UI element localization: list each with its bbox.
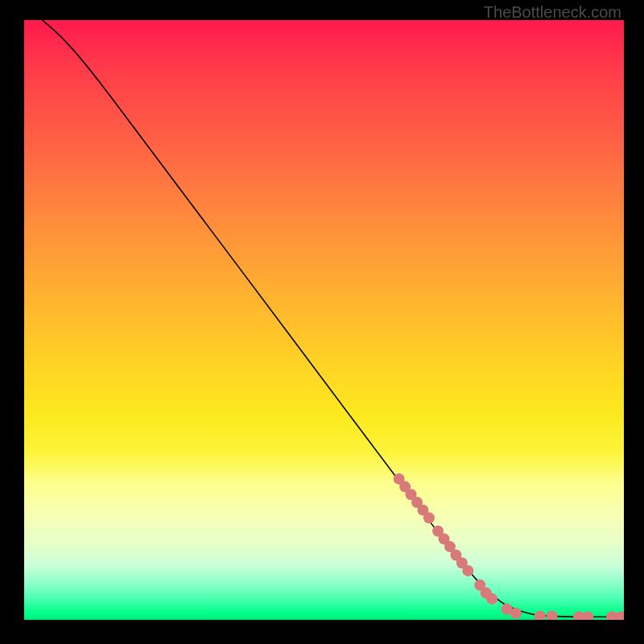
highlighted-dot bbox=[547, 611, 558, 620]
highlighted-dot bbox=[535, 611, 546, 620]
highlighted-dot bbox=[582, 611, 593, 620]
watermark: TheBottleneck.com bbox=[484, 3, 621, 22]
chart-svg bbox=[24, 20, 624, 620]
chart-plot-area bbox=[24, 20, 624, 620]
curve-line bbox=[42, 20, 617, 617]
highlighted-dot bbox=[423, 512, 435, 523]
highlighted-dot bbox=[615, 611, 624, 620]
highlighted-dot bbox=[510, 608, 522, 619]
highlighted-dot bbox=[462, 565, 473, 576]
highlighted-dots-group bbox=[394, 473, 624, 620]
highlighted-dot bbox=[486, 593, 497, 605]
